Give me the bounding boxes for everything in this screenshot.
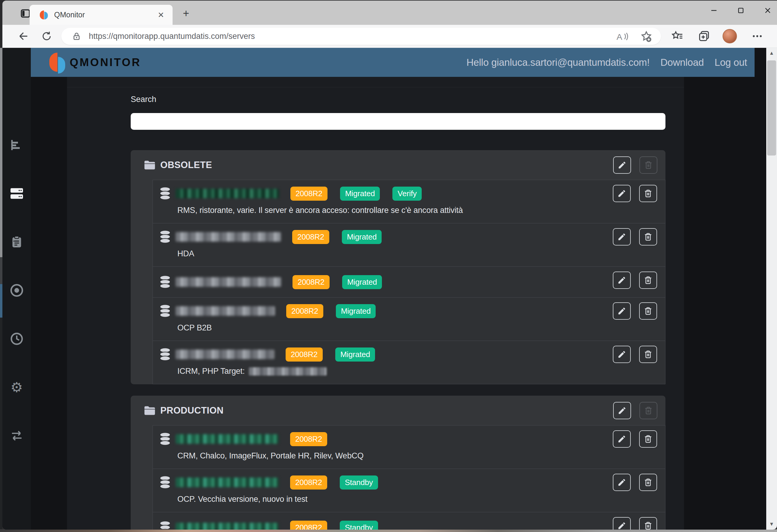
edit-server-button[interactable]	[613, 302, 631, 320]
logout-link[interactable]: Log out	[714, 57, 747, 68]
pencil-icon	[617, 232, 626, 241]
url-text[interactable]: https://qmonitorapp.quantumdatis.com/ser…	[89, 32, 255, 41]
back-button[interactable]	[16, 29, 30, 43]
app-logo[interactable]: QMONITOR	[49, 50, 141, 75]
server-name-redacted[interactable]	[176, 232, 281, 242]
edit-server-button[interactable]	[613, 185, 631, 202]
badge-list: 2008R2Migrated	[286, 304, 376, 318]
favorites-button[interactable]	[670, 29, 685, 43]
svg-text:A: A	[617, 32, 623, 41]
trash-icon	[644, 161, 653, 170]
database-icon	[159, 475, 171, 489]
server-row: 2008R2 CRM, Chalco, ImageFlux, Portale H…	[152, 425, 665, 469]
sidebar-item-servers[interactable]	[8, 185, 26, 202]
trash-icon	[644, 276, 653, 285]
edit-server-button[interactable]	[613, 346, 631, 363]
server-name-redacted[interactable]	[176, 523, 279, 530]
status-badge: Migrated	[335, 347, 375, 361]
user-greeting: Hello gianluca.sartori@quantumdatis.com!	[466, 57, 650, 68]
tab-layout-icon	[20, 8, 31, 19]
edit-group-button[interactable]	[613, 156, 631, 174]
refresh-button[interactable]	[39, 29, 54, 43]
screen-left-edge	[0, 0, 2, 532]
delete-server-button[interactable]	[639, 430, 657, 448]
pencil-icon	[617, 434, 626, 443]
os-badge: 2008R2	[286, 347, 323, 361]
delete-server-button[interactable]	[639, 228, 657, 245]
search-input[interactable]	[131, 113, 665, 130]
pencil-icon	[618, 161, 627, 170]
edit-server-button[interactable]	[613, 474, 631, 491]
pencil-icon	[617, 276, 626, 285]
server-name-redacted[interactable]	[176, 189, 279, 198]
bar-chart-icon	[10, 138, 24, 152]
os-badge: 2008R2	[286, 304, 323, 318]
server-row: 2008R2Migrated ICRM, PHP Target:	[152, 341, 665, 384]
desktop-wallpaper-sliver	[0, 529, 777, 532]
browser-tab[interactable]: QMonitor ✕	[30, 5, 173, 25]
profile-avatar[interactable]	[723, 29, 737, 43]
badge-list: 2008R2MigratedVerify	[291, 187, 422, 201]
server-row: 2008R2Migrated	[152, 267, 665, 298]
settings-menu-button[interactable]	[750, 29, 764, 43]
server-name-redacted[interactable]	[176, 349, 274, 359]
delete-server-button[interactable]	[639, 346, 657, 363]
sidebar-item-reports[interactable]	[8, 233, 26, 251]
add-favorite-button[interactable]	[640, 30, 653, 43]
server-row: 2008R2Standby	[152, 512, 665, 530]
status-badge: Migrated	[342, 230, 382, 244]
edit-server-button[interactable]	[613, 272, 631, 289]
database-icon	[159, 347, 171, 361]
sidebar-item-monitoring[interactable]	[8, 282, 26, 299]
server-name-redacted[interactable]	[176, 477, 279, 487]
scroll-down-arrow-icon[interactable]: ▼	[766, 519, 777, 530]
sidebar-item-transfers[interactable]	[8, 427, 26, 445]
delete-server-button[interactable]	[639, 474, 657, 491]
window-minimize-button[interactable]	[709, 5, 719, 16]
server-description: CRM, Chalco, ImageFlux, Portale HR, Rile…	[177, 451, 660, 460]
server-description: RMS, ristorante, varie. Il server è anco…	[177, 206, 660, 215]
new-tab-button[interactable]: +	[180, 8, 193, 19]
badge-list: 2008R2Migrated	[292, 230, 381, 244]
disc-icon	[9, 283, 24, 298]
edit-server-button[interactable]	[613, 228, 631, 245]
scroll-up-arrow-icon[interactable]: ▲	[766, 48, 777, 59]
server-name-redacted[interactable]	[176, 434, 279, 444]
download-link[interactable]: Download	[660, 57, 704, 68]
server-name-redacted[interactable]	[176, 277, 281, 287]
sidebar-item-history[interactable]	[8, 330, 26, 348]
delete-server-button[interactable]	[639, 302, 657, 320]
delete-server-button[interactable]	[639, 517, 657, 530]
delete-server-button[interactable]	[639, 272, 657, 289]
window-maximize-button[interactable]	[736, 5, 746, 16]
browser-titlebar: QMonitor ✕ +	[2, 1, 777, 25]
address-bar[interactable]: https://qmonitorapp.quantumdatis.com/ser…	[61, 28, 661, 45]
database-icon	[159, 304, 171, 318]
edit-server-button[interactable]	[613, 517, 631, 530]
pencil-icon	[618, 406, 627, 415]
tab-close-icon[interactable]: ✕	[157, 11, 164, 19]
scrollbar-thumb[interactable]	[767, 61, 776, 155]
status-badge: Standby	[340, 475, 378, 490]
server-row: 2008R2Migrated HDA	[152, 223, 665, 267]
database-icon	[159, 187, 171, 200]
edit-server-button[interactable]	[613, 430, 631, 448]
read-aloud-button[interactable]: A	[616, 30, 629, 43]
collections-button[interactable]	[697, 29, 711, 43]
trash-icon	[644, 307, 653, 316]
server-name-redacted[interactable]	[176, 306, 275, 316]
trash-icon	[644, 232, 653, 241]
server-description: OCP. Vecchia versione, nuovo in test	[177, 495, 660, 504]
screen-edge-segment	[0, 48, 2, 257]
server-groups: OBSOLETE	[131, 150, 665, 530]
database-icon	[159, 275, 171, 289]
pencil-icon	[617, 307, 626, 316]
edit-group-button[interactable]	[613, 402, 631, 419]
pencil-icon	[617, 478, 626, 487]
page-scrollbar[interactable]: ▲ ▼	[766, 48, 777, 530]
server-description: ICRM, PHP Target:	[177, 366, 660, 376]
sidebar-item-dashboard[interactable]	[8, 136, 26, 154]
delete-server-button[interactable]	[639, 185, 657, 202]
window-close-button[interactable]	[763, 5, 773, 16]
sidebar-item-settings[interactable]: ⚙	[8, 378, 26, 396]
